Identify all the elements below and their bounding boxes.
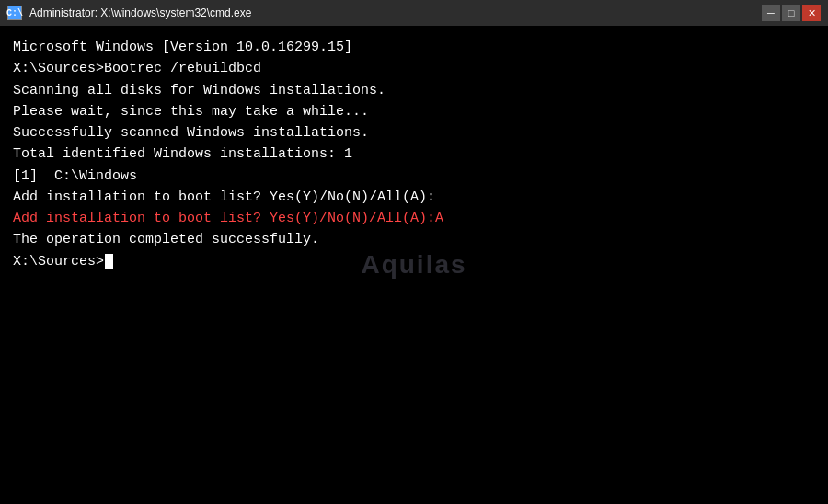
maximize-button[interactable]: □ [782,5,800,21]
title-bar-text: Administrator: X:\windows\system32\cmd.e… [29,6,251,19]
terminal-line-12: The operation completed successfully. [13,229,815,250]
terminal-line-0: Microsoft Windows [Version 10.0.16299.15… [13,37,815,58]
title-bar: C:\ Administrator: X:\windows\system32\c… [0,0,828,26]
terminal-line-3: Scanning all disks for Windows installat… [13,80,815,101]
terminal-line-5: Please wait, since this may take a while… [13,101,815,122]
window-controls: ─ □ ✕ [762,5,821,21]
terminal-line-9: [1] C:\Windows [13,166,815,187]
terminal-line-2: X:\Sources>Bootrec /rebuildbcd [13,58,815,79]
cmd-icon: C:\ [7,6,22,20]
terminal-line-8: Total identified Windows installations: … [13,143,815,165]
terminal-line-10: Add installation to boot list? Yes(Y)/No… [13,187,815,208]
close-button[interactable]: ✕ [802,5,821,21]
minimize-button[interactable]: ─ [762,5,780,21]
terminal-line-7: Successfully scanned Windows installatio… [13,122,815,143]
terminal-line-11: Add installation to boot list? Yes(Y)/No… [13,208,815,229]
terminal-line-14: X:\Sources> [13,251,815,272]
cmd-window: Aquilas Microsoft Windows [Version 10.0.… [0,26,828,504]
terminal-cursor [105,254,113,269]
terminal-output: Microsoft Windows [Version 10.0.16299.15… [13,37,815,272]
